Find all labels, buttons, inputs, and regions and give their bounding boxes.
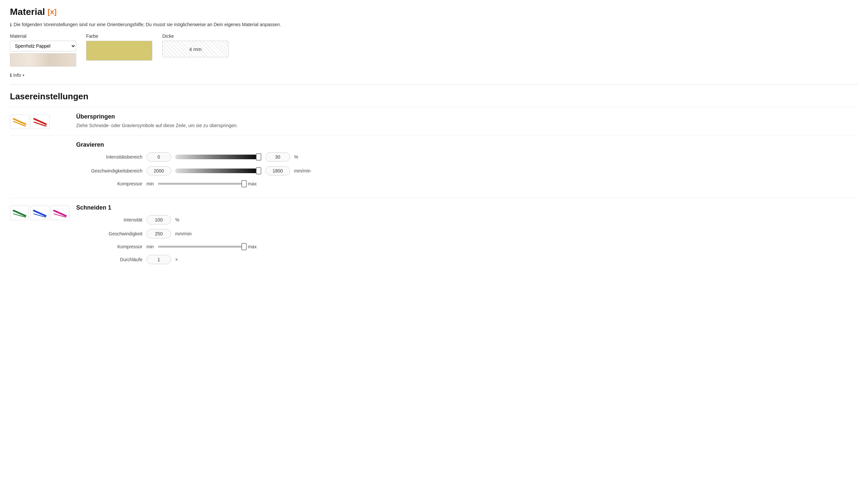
intensitaet-to-input[interactable] <box>265 152 290 162</box>
intensitaet-unit: % <box>294 154 298 160</box>
info-toggle[interactable]: ℹ Info ▾ <box>10 72 858 78</box>
geschwindigkeit-track <box>175 168 261 173</box>
kompressor-max-gravieren: max <box>248 181 257 186</box>
material-label: Material <box>10 33 76 39</box>
line-swatch-blue <box>30 205 49 220</box>
material-header: Material [x] <box>10 7 858 17</box>
kompressor-slider-s1[interactable] <box>158 243 244 250</box>
geschwindigkeit-label-s1: Geschwindigkeit <box>76 231 143 236</box>
durchlaeufe-label-s1: Durchläufe <box>76 257 143 262</box>
intensitaet-unit-s1: % <box>175 217 179 223</box>
intensitaet-label: Intensitätsbereich <box>76 154 143 160</box>
param-row-intensitaet: Intensitätsbereich % <box>76 152 858 162</box>
ueberspringen-title: Überspringen <box>76 113 858 120</box>
geschwindigkeit-input-s1[interactable] <box>146 229 171 238</box>
kompressor-max-s1: max <box>248 244 257 249</box>
kompressor-track-gravieren <box>158 183 244 185</box>
thickness-value: 4 mm <box>189 46 202 52</box>
param-row-kompressor-gravieren: Kompressor min max <box>76 180 858 187</box>
gravieren-params: Intensitätsbereich % Geschwindigkeitsber… <box>76 152 858 187</box>
thickness-box[interactable]: 4 mm <box>162 41 228 57</box>
chevron-down-icon: ▾ <box>23 73 25 77</box>
section-divider-1 <box>10 85 858 85</box>
param-row-kompressor-s1: Kompressor min max <box>76 243 858 250</box>
param-row-geschwindigkeit: Geschwindigkeitsbereich mm/min <box>76 166 858 175</box>
farbe-label: Farbe <box>86 33 152 39</box>
intensitaet-from-input[interactable] <box>146 152 171 162</box>
schneiden1-title: Schneiden 1 <box>76 204 858 211</box>
farbe-group: Farbe <box>86 33 152 61</box>
dicke-group: Dicke 4 mm <box>162 33 228 57</box>
line-swatch-yellow <box>10 115 29 129</box>
ueberspringen-desc: Ziehe Schneide- oder Graviersymbole auf … <box>76 123 858 128</box>
kompressor-min-s1: min <box>146 244 154 249</box>
notice-text: Die folgenden Voreinstellungen sind nur … <box>13 22 281 27</box>
color-swatch[interactable] <box>86 41 152 61</box>
param-row-durchlaeufe-s1: Durchläufe × <box>76 255 858 264</box>
line-swatch-pink <box>51 205 69 220</box>
param-row-geschwindigkeit-s1: Geschwindigkeit mm/min <box>76 229 858 238</box>
material-group: Material Sperrholz Pappel <box>10 33 76 67</box>
info-circle-icon: ℹ <box>10 22 11 28</box>
intensitaet-label-s1: Intensität <box>76 217 143 223</box>
durchlaeufe-unit-s1: × <box>175 257 178 262</box>
geschwindigkeit-to-input[interactable] <box>265 166 290 175</box>
kompressor-min-gravieren: min <box>146 181 154 186</box>
geschwindigkeit-unit: mm/min <box>294 168 311 173</box>
geschwindigkeit-slider[interactable] <box>175 167 261 174</box>
geschwindigkeit-label: Geschwindigkeitsbereich <box>76 168 143 173</box>
info-icon: ℹ <box>10 72 11 78</box>
intensitaet-input-s1[interactable] <box>146 215 171 225</box>
intensitaet-track <box>175 155 261 159</box>
geschwindigkeit-from-input[interactable] <box>146 166 171 175</box>
param-row-intensitaet-s1: Intensität % <box>76 215 858 225</box>
geschwindigkeit-thumb[interactable] <box>256 167 261 174</box>
kompressor-track-s1 <box>158 246 244 248</box>
kompressor-thumb-gravieren[interactable] <box>241 180 247 187</box>
intensitaet-thumb[interactable] <box>256 153 261 161</box>
info-toggle-label: Info <box>13 72 21 78</box>
close-badge[interactable]: [x] <box>48 8 57 16</box>
laser-row-gravieren: Gravieren Intensitätsbereich % Ge <box>10 135 858 198</box>
line-swatch-red <box>30 115 50 129</box>
kompressor-slider-gravieren[interactable] <box>158 180 244 187</box>
svg-line-4 <box>13 210 26 216</box>
gravieren-content: Gravieren Intensitätsbereich % Ge <box>69 141 858 192</box>
geschwindigkeit-unit-s1: mm/min <box>175 231 192 236</box>
material-selectors: Material Sperrholz Pappel Farbe Dicke 4 … <box>10 33 858 67</box>
gravieren-title: Gravieren <box>76 141 858 148</box>
kompressor-label-s1: Kompressor <box>76 244 143 249</box>
svg-line-6 <box>34 210 46 216</box>
durchlaeufe-input-s1[interactable] <box>146 255 171 264</box>
schneiden1-content: Schneiden 1 Intensität % Geschwindigkeit… <box>69 204 858 269</box>
material-title: Material <box>10 7 45 17</box>
info-notice: ℹ Die folgenden Voreinstellungen sind nu… <box>10 22 858 28</box>
ueberspringen-icons <box>10 115 69 129</box>
svg-line-8 <box>54 210 66 216</box>
laser-row-schneiden1: Schneiden 1 Intensität % Geschwindigkeit… <box>10 198 858 275</box>
laser-row-ueberspringen: Überspringen Ziehe Schneide- oder Gravie… <box>10 107 858 135</box>
dicke-label: Dicke <box>162 33 228 39</box>
laser-section: Lasereinstellungen Überspringen Ziehe Sc… <box>10 91 858 275</box>
material-select[interactable]: Sperrholz Pappel <box>10 41 76 51</box>
material-wood-swatch <box>10 53 76 67</box>
ueberspringen-content: Überspringen Ziehe Schneide- oder Gravie… <box>69 113 858 128</box>
kompressor-thumb-s1[interactable] <box>241 243 247 250</box>
line-swatch-green <box>10 205 29 220</box>
schneiden1-params: Intensität % Geschwindigkeit mm/min Komp… <box>76 215 858 264</box>
kompressor-label-gravieren: Kompressor <box>76 181 143 186</box>
svg-line-2 <box>34 119 46 124</box>
laser-title: Lasereinstellungen <box>10 91 858 102</box>
intensitaet-slider[interactable] <box>175 153 261 161</box>
schneiden1-icons <box>10 205 69 220</box>
